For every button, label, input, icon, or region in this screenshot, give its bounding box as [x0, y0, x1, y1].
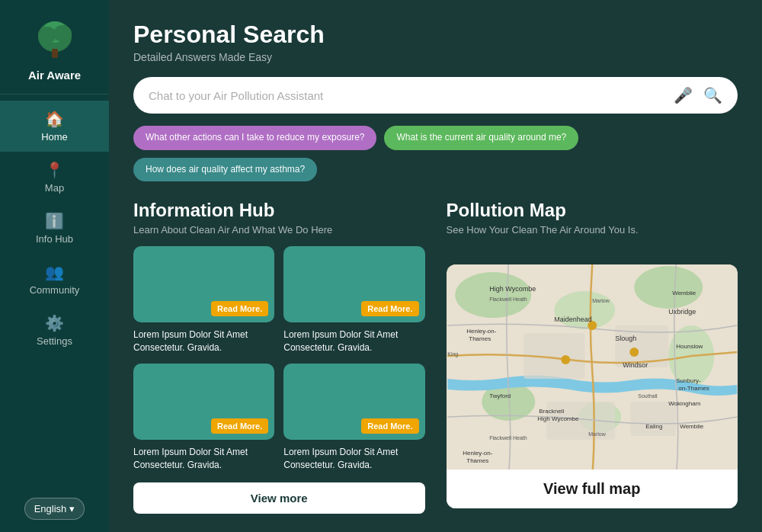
app-logo: Air Aware	[0, 0, 109, 95]
svg-text:Flackwell Heath: Flackwell Heath	[489, 435, 527, 441]
info-hub-section: Information Hub Learn About Clean Air An…	[133, 200, 425, 513]
map-container[interactable]: High Wycombe Henley-on- Thames Maidenhea…	[447, 264, 738, 508]
svg-text:on-Thames: on-Thames	[678, 385, 709, 392]
svg-text:Sunbury-: Sunbury-	[676, 377, 701, 384]
svg-text:Slough: Slough	[615, 335, 636, 342]
info-card-1[interactable]: Read More. Lorem Ipsum Dolor Sit Amet Co…	[283, 246, 424, 354]
sidebar-item-map[interactable]: 📍 Map	[0, 152, 109, 203]
svg-text:High Wycombe: High Wycombe	[489, 285, 536, 293]
main-content: Personal Search Detailed Answers Made Ea…	[109, 0, 762, 532]
svg-text:High Wycombe: High Wycombe	[537, 415, 579, 422]
search-icons: 🎤 🔍	[674, 86, 722, 104]
info-icon: ℹ️	[45, 212, 64, 230]
content-grid: Information Hub Learn About Clean Air An…	[133, 200, 738, 513]
page-title: Personal Search	[133, 21, 738, 48]
svg-point-3	[53, 25, 72, 42]
tree-icon	[30, 15, 79, 64]
svg-text:Thames: Thames	[466, 457, 488, 464]
nav-label-home: Home	[41, 131, 68, 143]
search-icon[interactable]: 🔍	[703, 86, 722, 104]
info-hub-subtitle: Learn About Clean Air And What We Do Her…	[133, 224, 425, 236]
svg-text:Hounslow: Hounslow	[676, 343, 703, 350]
language-label: English	[34, 503, 67, 514]
page-subtitle: Detailed Answers Made Easy	[133, 51, 738, 63]
chevron-down-icon: ▾	[69, 503, 75, 514]
sidebar: Air Aware 🏠 Home 📍 Map ℹ️ Info Hub 👥 Com…	[0, 0, 109, 532]
svg-point-7	[554, 291, 615, 329]
home-icon: 🏠	[45, 110, 64, 128]
svg-point-8	[634, 266, 703, 309]
nav-label-map: Map	[45, 182, 64, 194]
map-icon: 📍	[45, 161, 64, 179]
view-full-map-button[interactable]: View full map	[447, 470, 738, 508]
page-header: Personal Search Detailed Answers Made Ea…	[133, 21, 738, 63]
svg-text:Marlow: Marlow	[592, 298, 610, 303]
microphone-icon[interactable]: 🎤	[674, 86, 693, 104]
pollution-map-subtitle: See How Your Clean The Air Around You Is…	[447, 224, 738, 236]
pollution-map-section: Pollution Map See How Your Clean The Air…	[447, 200, 738, 513]
info-card-0[interactable]: Read More. Lorem Ipsum Dolor Sit Amet Co…	[133, 246, 274, 354]
info-card-text-2: Lorem Ipsum Dolor Sit Amet Consectetur. …	[133, 446, 274, 472]
svg-text:Twyford: Twyford	[489, 393, 511, 399]
svg-text:Windsor: Windsor	[623, 361, 648, 369]
svg-text:Henley-on-: Henley-on-	[466, 328, 496, 335]
info-card-image-0: Read More.	[133, 246, 274, 322]
community-icon: 👥	[45, 263, 64, 281]
svg-rect-4	[52, 49, 58, 58]
sidebar-item-info-hub[interactable]: ℹ️ Info Hub	[0, 203, 109, 254]
info-card-image-1: Read More.	[283, 246, 424, 322]
svg-text:Marlow: Marlow	[588, 431, 607, 437]
svg-point-6	[455, 272, 531, 318]
info-card-text-1: Lorem Ipsum Dolor Sit Amet Consectetur. …	[283, 328, 424, 354]
suggestion-chip-0[interactable]: What other actions can I take to reduce …	[133, 126, 376, 150]
sidebar-nav: 🏠 Home 📍 Map ℹ️ Info Hub 👥 Community ⚙️ …	[0, 95, 109, 498]
svg-text:Southall: Southall	[638, 393, 658, 399]
svg-text:King: King	[447, 351, 458, 357]
map-svg: High Wycombe Henley-on- Thames Maidenhea…	[447, 264, 738, 478]
view-more-button[interactable]: View more	[133, 482, 425, 514]
svg-text:Bracknell: Bracknell	[539, 408, 564, 415]
nav-label-info-hub: Info Hub	[36, 233, 73, 245]
pollution-map-title: Pollution Map	[447, 200, 738, 221]
info-cards-grid: Read More. Lorem Ipsum Dolor Sit Amet Co…	[133, 246, 425, 471]
sidebar-item-home[interactable]: 🏠 Home	[0, 101, 109, 152]
sidebar-item-community[interactable]: 👥 Community	[0, 254, 109, 305]
suggestion-chip-2[interactable]: How does air quality affect my asthma?	[133, 158, 317, 182]
app-name: Air Aware	[28, 69, 81, 82]
search-placeholder: Chat to your Air Pollution Assistant	[149, 89, 674, 102]
info-hub-title: Information Hub	[133, 200, 425, 221]
svg-text:Henley-on-: Henley-on-	[463, 450, 492, 457]
svg-text:Wemblie: Wemblie	[672, 290, 696, 296]
info-card-2[interactable]: Read More. Lorem Ipsum Dolor Sit Amet Co…	[133, 364, 274, 472]
svg-text:Uxbridge: Uxbridge	[668, 308, 696, 316]
svg-text:Flackwell Heath: Flackwell Heath	[489, 296, 527, 302]
suggestion-chip-1[interactable]: What is the current air quality around m…	[384, 126, 578, 150]
svg-text:Ealing: Ealing	[645, 423, 662, 430]
nav-label-community: Community	[30, 284, 80, 296]
read-more-button-3[interactable]: Read More.	[361, 418, 418, 434]
nav-label-settings: Settings	[37, 335, 72, 347]
read-more-button-1[interactable]: Read More.	[361, 301, 418, 316]
read-more-button-2[interactable]: Read More.	[211, 418, 268, 434]
info-card-3[interactable]: Read More. Lorem Ipsum Dolor Sit Amet Co…	[283, 364, 424, 472]
sidebar-item-settings[interactable]: ⚙️ Settings	[0, 305, 109, 356]
svg-text:Wemblie: Wemblie	[680, 423, 704, 430]
svg-text:Maidenhead: Maidenhead	[554, 316, 592, 323]
info-card-text-0: Lorem Ipsum Dolor Sit Amet Consectetur. …	[133, 328, 274, 354]
svg-point-17	[629, 348, 639, 357]
info-card-image-2: Read More.	[133, 364, 274, 440]
svg-text:Wokingham: Wokingham	[668, 400, 700, 407]
suggestion-chips: What other actions can I take to reduce …	[133, 126, 738, 181]
search-bar[interactable]: Chat to your Air Pollution Assistant 🎤 🔍	[133, 77, 738, 114]
info-card-image-3: Read More.	[283, 364, 424, 440]
settings-icon: ⚙️	[45, 314, 64, 332]
info-card-text-3: Lorem Ipsum Dolor Sit Amet Consectetur. …	[283, 446, 424, 472]
svg-text:Thames: Thames	[469, 335, 491, 342]
svg-point-16	[561, 355, 570, 364]
language-selector[interactable]: English ▾	[24, 498, 85, 520]
read-more-button-0[interactable]: Read More.	[211, 301, 268, 316]
